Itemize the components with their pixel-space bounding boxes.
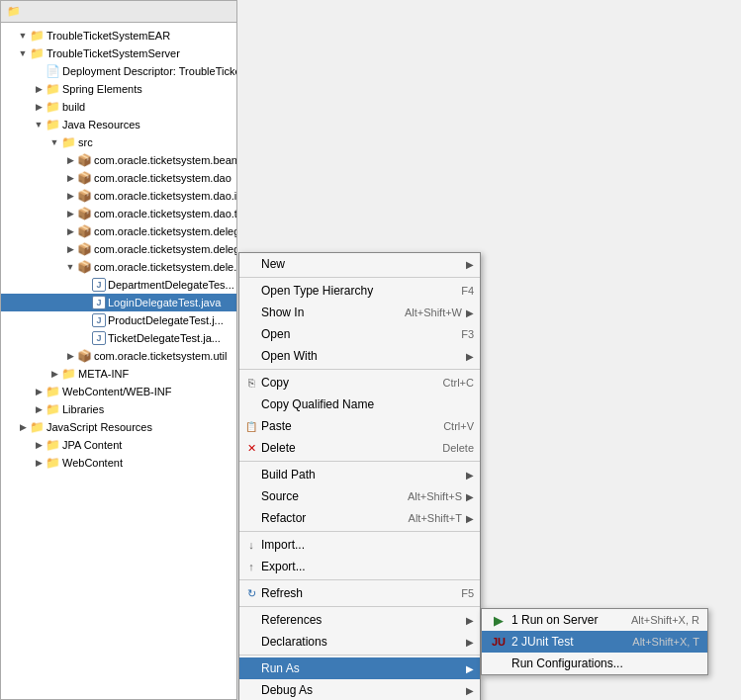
menu-item-build-path[interactable]: Build Path▶ xyxy=(239,464,480,485)
tree-item-webcontent[interactable]: ▶📁WebContent/WEB-INF xyxy=(1,383,236,400)
tree-item-daotests[interactable]: ▶📦com.oracle.ticketsystem.dao.tests xyxy=(1,205,236,222)
tree-label-daoimpl: com.oracle.ticketsystem.dao.impl xyxy=(94,190,236,202)
tree-item-libraries[interactable]: ▶📁Libraries xyxy=(1,400,236,418)
menu-item-declarations[interactable]: Declarations▶ xyxy=(239,631,480,653)
tree-toggle-jpa[interactable]: ▶ xyxy=(33,440,45,450)
tree-item-login[interactable]: JLoginDelegateTest.java xyxy=(1,294,236,311)
tree-label-build: build xyxy=(62,101,85,113)
menu-label-open-with: Open With xyxy=(261,349,462,363)
menu-item-debug-as[interactable]: Debug As▶ xyxy=(239,679,480,700)
tree-toggle-ear[interactable]: ▼ xyxy=(17,31,29,41)
menu-label-references: References xyxy=(261,613,462,627)
menu-item-show-in[interactable]: Show InAlt+Shift+W▶ xyxy=(239,302,480,323)
tree-label-libraries: Libraries xyxy=(62,403,104,415)
tree-icon-daoimpl: 📦 xyxy=(76,188,92,204)
tree-toggle-delegatesimpl[interactable]: ▶ xyxy=(64,244,76,254)
tree-icon-dao: 📦 xyxy=(76,170,92,186)
tree-toggle-beans[interactable]: ▶ xyxy=(64,155,76,165)
tree-toggle-util[interactable]: ▶ xyxy=(64,351,76,361)
menu-label-new: New xyxy=(261,257,462,271)
context-menu: New▶Open Type HierarchyF4Show InAlt+Shif… xyxy=(238,252,481,700)
tree-toggle-delegi[interactable]: ▼ xyxy=(64,262,76,272)
tree-item-ticket[interactable]: JTicketDelegateTest.ja... xyxy=(1,329,236,347)
submenu-item-run-configs[interactable]: Run Configurations... xyxy=(482,653,707,674)
tree-item-product[interactable]: JProductDelegateTest.j... xyxy=(1,311,236,329)
submenu-label-run-configs: Run Configurations... xyxy=(511,656,699,670)
menu-item-open-with[interactable]: Open With▶ xyxy=(239,345,480,367)
menu-separator-sep7 xyxy=(239,655,480,656)
menu-shortcut-show-in: Alt+Shift+W xyxy=(405,306,462,318)
menu-item-refactor[interactable]: RefactorAlt+Shift+T▶ xyxy=(239,507,480,529)
submenu-shortcut-run-on-server: Alt+Shift+X, R xyxy=(631,614,699,626)
tree-item-dept[interactable]: JDepartmentDelegateTes... xyxy=(1,276,236,294)
tree-toggle-java[interactable]: ▼ xyxy=(33,120,45,130)
tree-toggle-libraries[interactable]: ▶ xyxy=(33,404,45,414)
tree-icon-beans: 📦 xyxy=(76,152,92,168)
tree-icon-java: 📁 xyxy=(45,117,60,132)
tree-item-delegatesimpl[interactable]: ▶📦com.oracle.ticketsystem.delegates.impl xyxy=(1,240,236,258)
tree-toggle-webcontentroot[interactable]: ▶ xyxy=(33,458,45,468)
tree-item-webcontentroot[interactable]: ▶📁WebContent xyxy=(1,454,236,472)
tree-item-spring[interactable]: ▶📁Spring Elements xyxy=(1,80,236,98)
tree-icon-webcontentroot: 📁 xyxy=(45,455,60,471)
tree-item-java[interactable]: ▼📁Java Resources xyxy=(1,116,236,133)
submenu-item-run-on-server[interactable]: ▶1 Run on ServerAlt+Shift+X, R xyxy=(482,609,707,631)
menu-item-references[interactable]: References▶ xyxy=(239,609,480,631)
tree-label-webcontentroot: WebContent xyxy=(62,457,123,469)
tree-item-meta[interactable]: ▶📁META-INF xyxy=(1,365,236,383)
tree-item-ear[interactable]: ▼📁TroubleTicketSystemEAR xyxy=(1,27,236,44)
tree-icon-server: 📁 xyxy=(29,45,45,61)
submenu-shortcut-junit-test: Alt+Shift+X, T xyxy=(632,636,699,648)
tree-toggle-daoimpl[interactable]: ▶ xyxy=(64,191,76,201)
tree-toggle-src[interactable]: ▼ xyxy=(48,137,60,147)
tree-toggle-dao[interactable]: ▶ xyxy=(64,173,76,183)
menu-item-source[interactable]: SourceAlt+Shift+S▶ xyxy=(239,485,480,507)
menu-separator-sep6 xyxy=(239,606,480,607)
menu-item-paste[interactable]: 📋PasteCtrl+V xyxy=(239,415,480,437)
tree-toggle-daotests[interactable]: ▶ xyxy=(64,209,76,219)
menu-item-import[interactable]: ↓Import... xyxy=(239,534,480,556)
menu-label-import: Import... xyxy=(261,538,474,552)
menu-item-new[interactable]: New▶ xyxy=(239,253,480,275)
tree-toggle-build[interactable]: ▶ xyxy=(33,102,45,112)
tree-item-server[interactable]: ▼📁TroubleTicketSystemServer xyxy=(1,44,236,62)
tree-item-jsresources[interactable]: ▶📁JavaScript Resources xyxy=(1,418,236,436)
menu-label-copy: Copy xyxy=(261,376,435,390)
tree-label-daotests: com.oracle.ticketsystem.dao.tests xyxy=(94,208,236,219)
tree-toggle-server[interactable]: ▼ xyxy=(17,48,29,58)
tree-item-daoimpl[interactable]: ▶📦com.oracle.ticketsystem.dao.impl xyxy=(1,187,236,205)
menu-item-run-as[interactable]: Run As▶ xyxy=(239,657,480,679)
menu-item-copy[interactable]: ⎘CopyCtrl+C xyxy=(239,372,480,394)
menu-label-build-path: Build Path xyxy=(261,468,462,481)
submenu-item-junit-test[interactable]: JU2 JUnit TestAlt+Shift+X, T xyxy=(482,631,707,653)
tree-item-deploy[interactable]: 📄Deployment Descriptor: TroubleTicketSys… xyxy=(1,62,236,80)
menu-label-refresh: Refresh xyxy=(261,586,453,600)
menu-item-copy-qualified[interactable]: Copy Qualified Name xyxy=(239,394,480,415)
menu-label-debug-as: Debug As xyxy=(261,683,462,697)
tree-label-spring: Spring Elements xyxy=(62,83,142,95)
copy-icon: ⎘ xyxy=(243,375,259,391)
tree-item-build[interactable]: ▶📁build xyxy=(1,98,236,116)
menu-arrow-source: ▶ xyxy=(466,491,474,502)
tree-item-beans[interactable]: ▶📦com.oracle.ticketsystem.beans xyxy=(1,151,236,169)
menu-item-open-type-hierarchy[interactable]: Open Type HierarchyF4 xyxy=(239,280,480,302)
menu-item-open[interactable]: OpenF3 xyxy=(239,323,480,345)
tree-label-delegatesimpl: com.oracle.ticketsystem.delegates.impl xyxy=(94,243,236,255)
tree-item-util[interactable]: ▶📦com.oracle.ticketsystem.util xyxy=(1,347,236,365)
tree-toggle-spring[interactable]: ▶ xyxy=(33,84,45,94)
tree-toggle-jsresources[interactable]: ▶ xyxy=(17,422,29,432)
menu-item-delete[interactable]: ✕DeleteDelete xyxy=(239,437,480,459)
tree-toggle-meta[interactable]: ▶ xyxy=(48,369,60,379)
tree-item-jpa[interactable]: ▶📁JPA Content xyxy=(1,436,236,454)
tree-item-delegi[interactable]: ▼📦com.oracle.ticketsystem.dele... xyxy=(1,258,236,276)
tree-label-beans: com.oracle.ticketsystem.beans xyxy=(94,154,236,166)
tree-icon-spring: 📁 xyxy=(45,81,60,97)
menu-item-refresh[interactable]: ↻RefreshF5 xyxy=(239,582,480,604)
menu-item-export[interactable]: ↑Export... xyxy=(239,556,480,577)
tree-item-delegates[interactable]: ▶📦com.oracle.ticketsystem.delegates xyxy=(1,222,236,240)
tree-toggle-webcontent[interactable]: ▶ xyxy=(33,387,45,396)
tree-item-dao[interactable]: ▶📦com.oracle.ticketsystem.dao xyxy=(1,169,236,187)
tree-toggle-delegates[interactable]: ▶ xyxy=(64,226,76,236)
tree-item-src[interactable]: ▼📁src xyxy=(1,133,236,151)
junit-icon: JU xyxy=(490,636,508,648)
